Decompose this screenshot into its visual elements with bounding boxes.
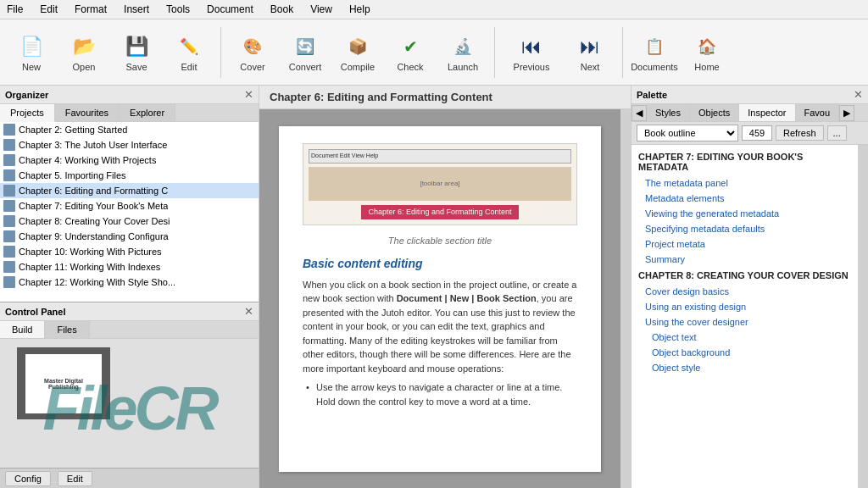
insp-item-object-text[interactable]: Object text [632,330,858,345]
img-caption: Chapter 6: Editing and Formatting Conten… [361,205,518,220]
chapter-icon [3,124,15,136]
editor-scrollbar[interactable] [620,109,631,488]
section-title: The clickable section title [303,234,577,248]
list-item[interactable]: Chapter 7: Editing Your Book's Meta [0,198,259,214]
book-title-label: Master Digital Publishing [29,378,98,390]
refresh-button[interactable]: Refresh [776,125,824,141]
previous-button[interactable]: ⏮ Previous [502,24,561,81]
palette-scroll-right[interactable]: ▶ [839,105,854,121]
home-button[interactable]: 🏠 Home [682,24,732,81]
check-button[interactable]: ✔ Check [386,24,435,81]
organizer-close-button[interactable]: ✕ [244,88,253,101]
insp-item-summary[interactable]: Summary [632,252,858,267]
chapter-label: Chapter 12: Working With Style Sho... [19,277,175,287]
palette-toolbar: Book outline Refresh ... [632,122,868,145]
launch-button[interactable]: 🔬 Launch [438,24,487,81]
insp-item-existing-design[interactable]: Using an existing design [632,299,858,314]
insp-item-specifying-defaults[interactable]: Specifying metadata defaults [632,221,858,236]
tab-inspector[interactable]: Inspector [739,104,795,121]
new-button[interactable]: 📄 New [7,24,56,81]
insp-item-cover-basics[interactable]: Cover design basics [632,284,858,299]
cp-tab-files[interactable]: Files [45,321,89,338]
menu-view[interactable]: View [307,2,336,17]
list-item[interactable]: Chapter 12: Working With Style Sho... [0,274,259,290]
cover-button[interactable]: 🎨 Cover [228,24,277,81]
palette-scroll-left[interactable]: ◀ [632,105,647,121]
chapter-icon [3,230,15,242]
edit-icon: ✏️ [175,33,203,60]
convert-icon: 🔄 [292,33,319,60]
palette-close-button[interactable]: ✕ [854,88,863,101]
launch-icon: 🔬 [449,33,476,60]
palette-number-input[interactable] [742,125,772,141]
compile-button[interactable]: 📦 Compile [333,24,382,81]
save-button[interactable]: 💾 Save [112,24,161,81]
insp-item-project-metata[interactable]: Project metata [632,236,858,252]
menu-document[interactable]: Document [203,2,257,17]
cp-tab-build[interactable]: Build [0,321,45,338]
organizer: Organizer ✕ Projects Favourites Explorer… [0,86,259,302]
inspector-scrollbar[interactable] [858,145,868,488]
next-button[interactable]: ⏭ Next [565,24,615,81]
documents-button[interactable]: 📋 Documents [630,24,679,81]
tab-favou[interactable]: Favou [796,104,840,121]
list-item[interactable]: Chapter 11: Working With Indexes [0,259,259,274]
open-button[interactable]: 📂 Open [59,24,108,81]
list-item[interactable]: Chapter 6: Editing and Formatting C [0,183,259,198]
tab-objects[interactable]: Objects [690,104,739,121]
home-icon: 🏠 [693,33,721,60]
tab-explorer[interactable]: Explorer [120,104,175,121]
book-outline-select[interactable]: Book outline [637,125,738,141]
menu-edit[interactable]: Edit [36,2,61,17]
chapter-label: Chapter 6: Editing and Formatting C [19,186,168,196]
chapter-label: Chapter 4: Working With Projects [19,155,156,165]
more-button[interactable]: ... [827,125,847,141]
control-panel-title: Control Panel [5,307,66,317]
list-item[interactable]: Chapter 2: Getting Started [0,122,259,137]
list-item[interactable]: Chapter 5. Importing Files [0,168,259,183]
chapter-label: Chapter 10: Working With Pictures [19,247,162,257]
control-panel-close-button[interactable]: ✕ [244,305,253,318]
menu-help[interactable]: Help [346,2,374,17]
edit-button[interactable]: ✏️ Edit [164,24,214,81]
edit-bottom-button[interactable]: Edit [58,471,92,486]
chapter-icon [3,169,15,181]
menu-file[interactable]: File [3,2,26,17]
chapter-icon [3,215,15,227]
menu-insert[interactable]: Insert [120,2,153,17]
chapter-icon [3,261,15,273]
list-item[interactable]: Chapter 3: The Jutoh User Interface [0,137,259,152]
book-cover-preview: Master Digital Publishing [17,347,110,419]
insp-item-cover-designer[interactable]: Using the cover designer [632,314,858,330]
left-panel: Organizer ✕ Projects Favourites Explorer… [0,86,259,488]
config-button[interactable]: Config [5,471,51,486]
chapter-icon [3,185,15,197]
insp-item-viewing-metadata[interactable]: Viewing the generated metadata [632,206,858,221]
list-item[interactable]: Chapter 9: Understanding Configura [0,229,259,244]
menu-format[interactable]: Format [71,2,110,17]
list-item[interactable]: Chapter 8: Creating Your Cover Desi [0,214,259,229]
list-item[interactable]: Chapter 4: Working With Projects [0,152,259,168]
control-panel: Control Panel ✕ Build Files Master Digit… [0,302,259,488]
insp-item-object-background[interactable]: Object background [632,345,858,360]
chapter-icon [3,276,15,288]
insp-item-metadata-elements[interactable]: Metadata elements [632,191,858,206]
convert-button[interactable]: 🔄 Convert [281,24,330,81]
tab-projects[interactable]: Projects [0,104,55,122]
insp-item-metadata-panel[interactable]: The metadata panel [632,175,858,191]
toolbar-sep-3 [622,27,623,78]
chapter-label: Chapter 3: The Jutoh User Interface [19,140,167,150]
cover-icon: 🎨 [239,33,266,60]
page-image-preview: Document Edit View Help [toolbar area] C… [303,143,577,225]
list-item[interactable]: Chapter 10: Working With Pictures [0,244,259,259]
menu-tools[interactable]: Tools [163,2,193,17]
tab-styles[interactable]: Styles [647,104,690,121]
insp-item-object-style[interactable]: Object style [632,360,858,375]
menu-book[interactable]: Book [267,2,297,17]
tab-favourites[interactable]: Favourites [55,104,120,121]
editor-body[interactable]: Document Edit View Help [toolbar area] C… [259,109,620,488]
editor-title: Chapter 6: Editing and Formatting Conten… [270,91,492,103]
chapter-icon [3,246,15,258]
img-inner: [toolbar area] [309,167,571,201]
menubar: File Edit Format Insert Tools Document B… [0,0,868,19]
